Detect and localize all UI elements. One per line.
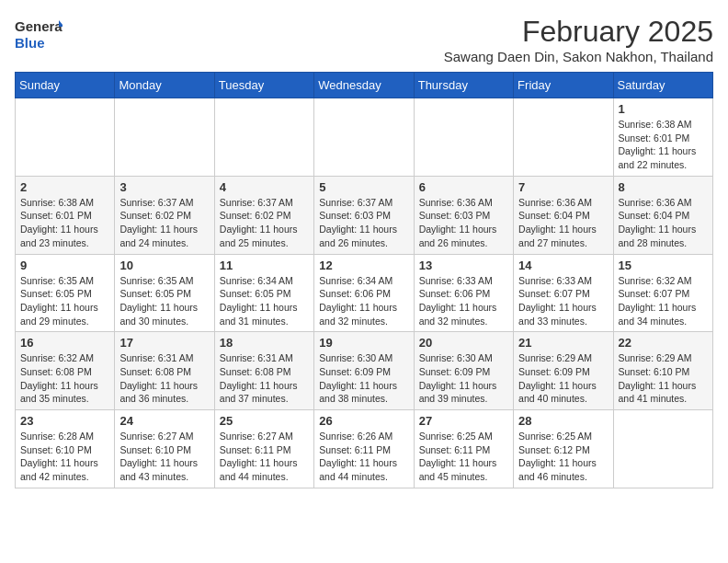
day-number: 21 [518, 336, 608, 350]
day-number: 13 [419, 259, 508, 272]
day-info: Sunrise: 6:35 AM Sunset: 6:05 PM Dayligh… [119, 274, 209, 328]
day-number: 1 [619, 102, 708, 116]
day-number: 8 [619, 180, 708, 194]
calendar-cell: 10Sunrise: 6:35 AM Sunset: 6:05 PM Dayli… [115, 254, 214, 332]
day-number: 12 [319, 259, 408, 272]
calendar-cell: 7Sunrise: 6:36 AM Sunset: 6:04 PM Daylig… [514, 176, 613, 254]
day-info: Sunrise: 6:30 AM Sunset: 6:09 PM Dayligh… [419, 351, 508, 406]
calendar-cell: 2Sunrise: 6:38 AM Sunset: 6:01 PM Daylig… [16, 176, 115, 254]
weekday-header-monday: Monday [115, 73, 214, 98]
day-info: Sunrise: 6:34 AM Sunset: 6:06 PM Dayligh… [319, 274, 408, 328]
calendar-cell: 24Sunrise: 6:27 AM Sunset: 6:10 PM Dayli… [115, 410, 214, 488]
calendar-cell: 20Sunrise: 6:30 AM Sunset: 6:09 PM Dayli… [414, 332, 513, 410]
calendar-cell: 11Sunrise: 6:34 AM Sunset: 6:05 PM Dayli… [214, 254, 313, 332]
day-number: 10 [119, 259, 209, 272]
calendar-cell [314, 98, 414, 177]
svg-text:Blue: Blue [15, 35, 45, 51]
day-number: 2 [20, 180, 109, 194]
day-number: 6 [419, 180, 508, 194]
day-number: 22 [619, 336, 708, 350]
day-info: Sunrise: 6:33 AM Sunset: 6:07 PM Dayligh… [518, 274, 608, 328]
calendar-week-row: 1Sunrise: 6:38 AM Sunset: 6:01 PM Daylig… [16, 98, 713, 177]
day-info: Sunrise: 6:32 AM Sunset: 6:07 PM Dayligh… [619, 274, 708, 328]
logo: General Blue [15, 15, 61, 55]
svg-text:General: General [15, 18, 63, 34]
calendar-cell [16, 98, 115, 177]
day-info: Sunrise: 6:37 AM Sunset: 6:03 PM Dayligh… [319, 196, 408, 250]
weekday-header-wednesday: Wednesday [314, 73, 414, 98]
day-info: Sunrise: 6:34 AM Sunset: 6:05 PM Dayligh… [220, 274, 309, 328]
calendar-cell: 9Sunrise: 6:35 AM Sunset: 6:05 PM Daylig… [16, 254, 115, 332]
day-info: Sunrise: 6:29 AM Sunset: 6:10 PM Dayligh… [619, 351, 708, 406]
day-number: 20 [419, 336, 508, 350]
day-info: Sunrise: 6:28 AM Sunset: 6:10 PM Dayligh… [20, 430, 109, 484]
day-info: Sunrise: 6:35 AM Sunset: 6:05 PM Dayligh… [20, 274, 109, 328]
calendar-cell: 5Sunrise: 6:37 AM Sunset: 6:03 PM Daylig… [314, 176, 414, 254]
subtitle: Sawang Daen Din, Sakon Nakhon, Thailand [444, 49, 713, 64]
weekday-header-sunday: Sunday [16, 73, 115, 98]
calendar-cell: 3Sunrise: 6:37 AM Sunset: 6:02 PM Daylig… [115, 176, 214, 254]
day-number: 18 [220, 336, 309, 350]
calendar-cell: 14Sunrise: 6:33 AM Sunset: 6:07 PM Dayli… [514, 254, 613, 332]
day-info: Sunrise: 6:31 AM Sunset: 6:08 PM Dayligh… [220, 351, 309, 406]
day-info: Sunrise: 6:27 AM Sunset: 6:11 PM Dayligh… [220, 430, 309, 484]
day-info: Sunrise: 6:26 AM Sunset: 6:11 PM Dayligh… [319, 430, 408, 484]
calendar-week-row: 23Sunrise: 6:28 AM Sunset: 6:10 PM Dayli… [16, 410, 713, 488]
calendar-cell: 1Sunrise: 6:38 AM Sunset: 6:01 PM Daylig… [613, 98, 712, 177]
weekday-header-row: SundayMondayTuesdayWednesdayThursdayFrid… [16, 73, 713, 98]
month-title: February 2025 [444, 15, 713, 49]
day-info: Sunrise: 6:32 AM Sunset: 6:08 PM Dayligh… [20, 351, 109, 406]
day-number: 14 [518, 259, 608, 272]
calendar-cell [514, 98, 613, 177]
day-number: 26 [319, 414, 408, 428]
calendar-table: SundayMondayTuesdayWednesdayThursdayFrid… [15, 72, 713, 488]
day-number: 16 [20, 336, 109, 350]
calendar-cell: 6Sunrise: 6:36 AM Sunset: 6:03 PM Daylig… [414, 176, 513, 254]
day-number: 25 [220, 414, 309, 428]
day-number: 28 [518, 414, 608, 428]
weekday-header-tuesday: Tuesday [214, 73, 313, 98]
day-info: Sunrise: 6:38 AM Sunset: 6:01 PM Dayligh… [619, 118, 708, 172]
calendar-cell: 17Sunrise: 6:31 AM Sunset: 6:08 PM Dayli… [115, 332, 214, 410]
day-info: Sunrise: 6:38 AM Sunset: 6:01 PM Dayligh… [20, 196, 109, 250]
calendar-week-row: 2Sunrise: 6:38 AM Sunset: 6:01 PM Daylig… [16, 176, 713, 254]
header: General Blue February 2025 Sawang Daen D… [15, 15, 713, 64]
day-info: Sunrise: 6:33 AM Sunset: 6:06 PM Dayligh… [419, 274, 508, 328]
calendar-cell: 27Sunrise: 6:25 AM Sunset: 6:11 PM Dayli… [414, 410, 513, 488]
day-info: Sunrise: 6:31 AM Sunset: 6:08 PM Dayligh… [119, 351, 209, 406]
day-info: Sunrise: 6:37 AM Sunset: 6:02 PM Dayligh… [119, 196, 209, 250]
calendar-week-row: 16Sunrise: 6:32 AM Sunset: 6:08 PM Dayli… [16, 332, 713, 410]
calendar-cell: 8Sunrise: 6:36 AM Sunset: 6:04 PM Daylig… [613, 176, 712, 254]
calendar-cell: 13Sunrise: 6:33 AM Sunset: 6:06 PM Dayli… [414, 254, 513, 332]
day-info: Sunrise: 6:29 AM Sunset: 6:09 PM Dayligh… [518, 351, 608, 406]
day-number: 7 [518, 180, 608, 194]
day-number: 3 [119, 180, 209, 194]
calendar-cell: 18Sunrise: 6:31 AM Sunset: 6:08 PM Dayli… [214, 332, 313, 410]
day-number: 23 [20, 414, 109, 428]
calendar-cell [214, 98, 313, 177]
calendar-week-row: 9Sunrise: 6:35 AM Sunset: 6:05 PM Daylig… [16, 254, 713, 332]
calendar-cell: 15Sunrise: 6:32 AM Sunset: 6:07 PM Dayli… [613, 254, 712, 332]
calendar-cell: 19Sunrise: 6:30 AM Sunset: 6:09 PM Dayli… [314, 332, 414, 410]
day-number: 11 [220, 259, 309, 272]
calendar-cell: 23Sunrise: 6:28 AM Sunset: 6:10 PM Dayli… [16, 410, 115, 488]
day-number: 9 [20, 259, 109, 272]
day-number: 17 [119, 336, 209, 350]
day-number: 24 [119, 414, 209, 428]
day-info: Sunrise: 6:36 AM Sunset: 6:04 PM Dayligh… [619, 196, 708, 250]
day-info: Sunrise: 6:37 AM Sunset: 6:02 PM Dayligh… [220, 196, 309, 250]
day-info: Sunrise: 6:25 AM Sunset: 6:12 PM Dayligh… [518, 430, 608, 484]
calendar-cell [613, 410, 712, 488]
title-area: February 2025 Sawang Daen Din, Sakon Nak… [444, 15, 713, 64]
calendar-cell: 21Sunrise: 6:29 AM Sunset: 6:09 PM Dayli… [514, 332, 613, 410]
day-number: 27 [419, 414, 508, 428]
weekday-header-thursday: Thursday [414, 73, 513, 98]
weekday-header-friday: Friday [514, 73, 613, 98]
calendar-cell: 25Sunrise: 6:27 AM Sunset: 6:11 PM Dayli… [214, 410, 313, 488]
calendar-cell: 28Sunrise: 6:25 AM Sunset: 6:12 PM Dayli… [514, 410, 613, 488]
day-info: Sunrise: 6:36 AM Sunset: 6:04 PM Dayligh… [518, 196, 608, 250]
day-info: Sunrise: 6:27 AM Sunset: 6:10 PM Dayligh… [119, 430, 209, 484]
day-number: 5 [319, 180, 408, 194]
day-number: 19 [319, 336, 408, 350]
day-number: 15 [619, 259, 708, 272]
